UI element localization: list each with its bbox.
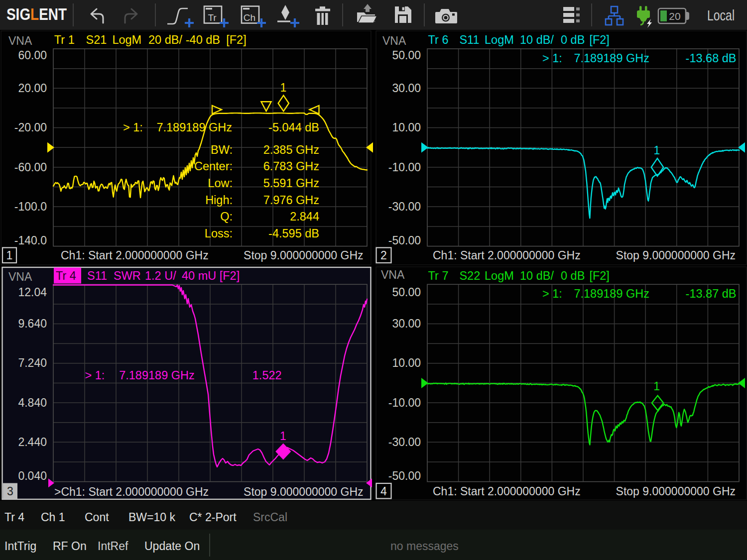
svg-text:IntTrig: IntTrig: [4, 540, 36, 553]
svg-text:C* 2-Port: C* 2-Port: [189, 511, 237, 524]
svg-text:-10.00: -10.00: [388, 396, 421, 409]
svg-text:-5.044 dB: -5.044 dB: [268, 121, 319, 134]
svg-text:Stop 9.000000000 GHz: Stop 9.000000000 GHz: [616, 485, 736, 498]
svg-text:Tr 1: Tr 1: [54, 33, 75, 46]
svg-text:-100.0: -100.0: [14, 200, 47, 213]
svg-text:Q:: Q:: [220, 210, 233, 223]
svg-text:IntRef: IntRef: [98, 540, 128, 553]
svg-text:2.440: 2.440: [18, 436, 47, 448]
svg-text:Local: Local: [707, 7, 735, 23]
svg-text:S22: S22: [459, 269, 480, 282]
svg-text:Tr: Tr: [208, 12, 217, 23]
svg-text:7.189189 GHz: 7.189189 GHz: [119, 369, 195, 382]
svg-text:Ch: Ch: [244, 12, 255, 23]
svg-text:4.840: 4.840: [18, 396, 47, 409]
svg-text:5.591 GHz: 5.591 GHz: [263, 177, 319, 190]
svg-text:LogM: LogM: [112, 33, 141, 46]
svg-text:7.240: 7.240: [18, 356, 47, 369]
svg-text:Stop 9.000000000 GHz: Stop 9.000000000 GHz: [244, 485, 363, 498]
svg-text:-140.0: -140.0: [14, 234, 47, 247]
svg-text:-30.00: -30.00: [388, 436, 421, 448]
svg-text:50.00: 50.00: [392, 286, 421, 299]
svg-text:-50.00: -50.00: [388, 234, 421, 247]
svg-text:SWR: SWR: [114, 269, 141, 282]
svg-text:VNA: VNA: [8, 270, 32, 283]
svg-text:30.00: 30.00: [392, 82, 421, 95]
svg-text:7.189189 GHz: 7.189189 GHz: [574, 52, 649, 65]
svg-text:0 dB: 0 dB: [561, 33, 585, 46]
svg-text:BW:: BW:: [211, 143, 233, 156]
svg-text:40 mU: 40 mU: [182, 269, 216, 282]
svg-text:VNA: VNA: [382, 34, 406, 47]
svg-text:10.00: 10.00: [392, 121, 421, 134]
svg-text:Update On: Update On: [144, 540, 200, 553]
svg-text:Ch1: Start 2.000000000 GHz: Ch1: Start 2.000000000 GHz: [433, 485, 581, 498]
svg-text:SIGLENT: SIGLENT: [6, 5, 67, 23]
svg-text:no messages: no messages: [390, 540, 459, 553]
svg-text:30.00: 30.00: [392, 317, 421, 330]
svg-text:2.385 GHz: 2.385 GHz: [263, 143, 319, 156]
svg-text:20 dB/: 20 dB/: [148, 33, 182, 46]
svg-text:2: 2: [380, 249, 387, 262]
svg-text:9.640: 9.640: [18, 317, 47, 330]
svg-text:10.00: 10.00: [392, 356, 421, 369]
svg-text:6.783 GHz: 6.783 GHz: [263, 160, 319, 173]
svg-text:> 1:: > 1:: [85, 369, 105, 382]
svg-text:1.522: 1.522: [252, 369, 282, 382]
svg-text:-50.00: -50.00: [388, 469, 421, 482]
svg-text:Tr 6: Tr 6: [428, 33, 449, 46]
svg-text:Ch1: Start 2.000000000 GHz: Ch1: Start 2.000000000 GHz: [61, 249, 209, 262]
svg-text:-40 dB: -40 dB: [186, 33, 220, 46]
svg-text:-13.87 dB: -13.87 dB: [686, 287, 737, 300]
svg-text:Ch 1: Ch 1: [41, 511, 65, 524]
svg-text:10 dB/: 10 dB/: [520, 33, 554, 46]
svg-text:20: 20: [669, 10, 680, 22]
svg-text:-4.595 dB: -4.595 dB: [268, 227, 319, 240]
svg-text:12.04: 12.04: [18, 286, 47, 299]
svg-text:-60.00: -60.00: [14, 161, 47, 174]
svg-text:Center:: Center:: [194, 160, 233, 173]
svg-text:> 1:: > 1:: [123, 121, 143, 134]
svg-text:LogM: LogM: [485, 33, 514, 46]
svg-text:1: 1: [653, 380, 660, 393]
svg-text:0.040: 0.040: [18, 469, 47, 482]
svg-text:> 1:: > 1:: [542, 52, 562, 65]
svg-text:1.2 U/: 1.2 U/: [145, 269, 176, 282]
svg-text:Tr 4: Tr 4: [56, 269, 76, 282]
svg-text:SrcCal: SrcCal: [253, 511, 287, 524]
svg-text:1: 1: [6, 249, 13, 262]
svg-text:LogM: LogM: [485, 269, 514, 282]
svg-text:S11: S11: [459, 33, 479, 46]
svg-text:4: 4: [380, 485, 387, 498]
svg-text:[F2]: [F2]: [589, 33, 609, 46]
svg-text:1: 1: [280, 81, 287, 94]
svg-text:1: 1: [280, 430, 286, 443]
svg-text:Stop 9.000000000 GHz: Stop 9.000000000 GHz: [244, 249, 363, 262]
svg-text:[F2]: [F2]: [589, 269, 609, 282]
svg-text:Cont: Cont: [85, 511, 109, 524]
svg-text:S11: S11: [87, 269, 107, 282]
svg-text:Ch1: Start 2.000000000 GHz: Ch1: Start 2.000000000 GHz: [433, 249, 581, 262]
svg-text:-20.00: -20.00: [14, 121, 47, 134]
svg-text:7.976 GHz: 7.976 GHz: [263, 194, 319, 207]
svg-text:[F2]: [F2]: [220, 269, 240, 282]
svg-text:VNA: VNA: [381, 268, 405, 281]
svg-text:7.189189 GHz: 7.189189 GHz: [574, 287, 649, 300]
svg-text:60.00: 60.00: [18, 49, 47, 62]
svg-text:Tr 7: Tr 7: [428, 269, 449, 282]
svg-text:1: 1: [654, 144, 660, 157]
svg-text:20.00: 20.00: [18, 82, 47, 95]
svg-text:Stop 9.000000000 GHz: Stop 9.000000000 GHz: [616, 249, 736, 262]
svg-text:0 dB: 0 dB: [561, 269, 585, 282]
svg-text:-13.68 dB: -13.68 dB: [686, 52, 737, 65]
svg-text:Tr 4: Tr 4: [4, 511, 24, 524]
svg-text:>Ch1: Start 2.000000000 GHz: >Ch1: Start 2.000000000 GHz: [54, 485, 209, 498]
svg-text:10 dB/: 10 dB/: [520, 269, 554, 282]
svg-text:RF On: RF On: [53, 540, 87, 553]
svg-text:2.844: 2.844: [290, 210, 319, 223]
svg-text:[F2]: [F2]: [226, 33, 246, 46]
svg-text:3: 3: [7, 485, 13, 498]
svg-text:Low:: Low:: [208, 177, 233, 190]
svg-text:BW=10 k: BW=10 k: [128, 511, 175, 524]
svg-text:-10.00: -10.00: [388, 161, 421, 174]
